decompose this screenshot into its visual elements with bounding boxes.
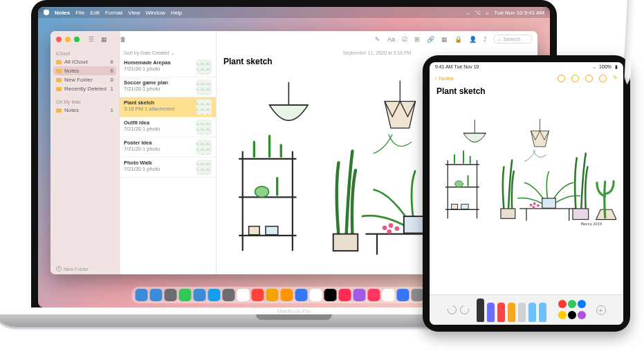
palette-color[interactable] [568,311,576,319]
trash-icon[interactable]: 🗑 [120,36,126,43]
sidebar-item-all-icloud[interactable]: All iCloud 6 [50,57,119,66]
sketch-icon[interactable] [585,75,593,82]
link-icon[interactable]: 🔗 [427,36,434,43]
markup-tool[interactable] [539,303,546,322]
search-input[interactable]: ⌕ Search [494,35,532,44]
wifi-icon[interactable]: ⌵ [466,10,470,16]
markup-tool[interactable] [497,303,505,322]
minimize-button[interactable] [65,37,71,42]
note-item-title: Plant sketch [124,99,194,106]
dock-app-icon[interactable] [339,289,351,301]
add-tool-icon[interactable]: + [596,305,606,315]
note-thumb [196,120,212,135]
undo-icon[interactable] [445,304,458,316]
dock-app-icon[interactable] [237,289,250,301]
apple-menu-icon[interactable] [44,10,49,15]
palette-color[interactable] [578,311,586,319]
markup-tool[interactable] [508,303,515,322]
menubar-clock[interactable]: Tue Nov 10 9:41 AM [494,10,544,16]
dock-app-icon[interactable] [252,289,264,301]
dock-app-icon[interactable] [383,289,395,301]
ipad-sketch-canvas[interactable] [436,99,616,244]
palette-color[interactable] [568,300,576,308]
menubar-app-name[interactable]: Notes [55,10,70,16]
dock-app-icon[interactable] [223,289,235,301]
markup-tool[interactable] [528,303,536,322]
note-item-sub: 7/21/20 1 photo [124,166,194,172]
dock-app-icon[interactable] [165,289,177,301]
share-icon[interactable]: ⤴ [484,36,487,43]
menubar-item-edit[interactable]: Edit [90,10,100,16]
markup-tool[interactable] [487,303,495,322]
markup-tool[interactable] [477,298,484,322]
markup-tool[interactable] [518,303,526,322]
note-list-item[interactable]: Poster Idea7/21/20 1 photo [120,137,216,158]
dock-app-icon[interactable] [208,289,221,301]
note-list-item[interactable]: Plant sketch3:18 PM 1 attachment [120,97,216,117]
dock-app-icon[interactable] [136,289,148,301]
dock-app-icon[interactable] [324,289,337,301]
ipad: 9:41 AM Tue Nov 10 ⌵ 100% ▮ ‹ Notes ✎ Pl… [423,55,630,332]
collaborate-icon[interactable]: 👤 [469,36,477,43]
camera-icon[interactable] [571,75,579,82]
dock-app-icon[interactable] [368,289,380,301]
checklist-icon[interactable]: ☑ [402,36,407,43]
new-folder-button[interactable]: + New Folder [56,266,89,272]
ipad-note-title[interactable]: Plant sketch [436,86,616,96]
spotlight-icon[interactable]: ⌕ [486,10,489,16]
dock-app-icon[interactable] [412,289,424,301]
folder-icon [56,69,62,73]
menubar-item-format[interactable]: Format [105,10,122,16]
note-timestamp: September 11, 2020 at 3:18 PM [223,50,531,55]
sidebar-item-mac-notes[interactable]: Notes 1 [50,106,119,115]
palette-color[interactable] [558,300,567,308]
menubar-item-help[interactable]: Help [171,10,182,16]
folder-icon [56,108,62,113]
zoom-button[interactable] [74,37,80,42]
note-thumb [196,59,212,75]
dock-app-icon[interactable] [295,289,308,301]
palette-color[interactable] [558,311,567,319]
grid-view-icon[interactable]: ▦ [101,36,107,43]
close-button[interactable] [56,37,62,42]
note-item-sub: 7/21/20 1 photo [124,86,194,92]
sidebar-item-notes[interactable]: Notes 6 [53,66,116,75]
control-center-icon[interactable]: ⌥ [475,10,481,16]
dock-app-icon[interactable] [179,289,192,301]
dock-app-icon[interactable] [266,289,279,301]
dock [132,287,457,303]
compose-icon[interactable]: ✎ [613,75,618,82]
dock-app-icon[interactable] [310,289,322,301]
markup-icon[interactable] [558,75,565,82]
dock-app-icon[interactable] [281,289,293,301]
menubar-item-view[interactable]: View [128,10,140,16]
dock-app-icon[interactable] [353,289,366,301]
menubar-item-file[interactable]: File [75,10,84,16]
more-icon[interactable] [599,75,607,82]
back-button[interactable]: ‹ Notes [435,75,454,82]
lock-icon[interactable]: 🔒 [454,36,462,43]
table-icon[interactable]: ⊞ [414,36,420,43]
dock-app-icon[interactable] [397,289,410,301]
note-item-title: Homemade Arepas [124,59,194,66]
note-list-item[interactable]: Homemade Arepas7/21/20 1 photo [120,57,216,77]
note-thumb [196,160,212,175]
menubar-item-window[interactable]: Window [145,10,165,16]
redo-icon[interactable] [458,304,470,316]
media-icon[interactable]: ▦ [441,36,448,43]
traffic-lights [56,37,80,42]
note-list-item[interactable]: Outfit Idea7/21/20 1 photo [120,117,216,137]
sort-control[interactable]: Sort by Date Created ⌄ [120,49,216,57]
sidebar-item-recently-deleted[interactable]: Recently Deleted 1 [50,84,119,93]
compose-icon[interactable]: ✎ [375,36,380,43]
sidebar-item-new-folder[interactable]: New Folder 0 [50,75,119,84]
dock-app-icon[interactable] [150,289,163,301]
note-list-item[interactable]: Photo Walk7/21/20 1 photo [120,158,216,178]
note-list-item[interactable]: Soccer game plan7/21/20 1 photo [120,77,216,97]
dock-app-icon[interactable] [194,289,206,301]
format-icon[interactable]: Aa [387,36,395,43]
palette-color[interactable] [578,300,586,308]
list-view-icon[interactable]: ☰ [89,36,94,43]
battery-label: 100% [599,64,611,69]
sidebar: iCloud All iCloud 6 Notes 6 New Folder 0 [50,31,120,274]
